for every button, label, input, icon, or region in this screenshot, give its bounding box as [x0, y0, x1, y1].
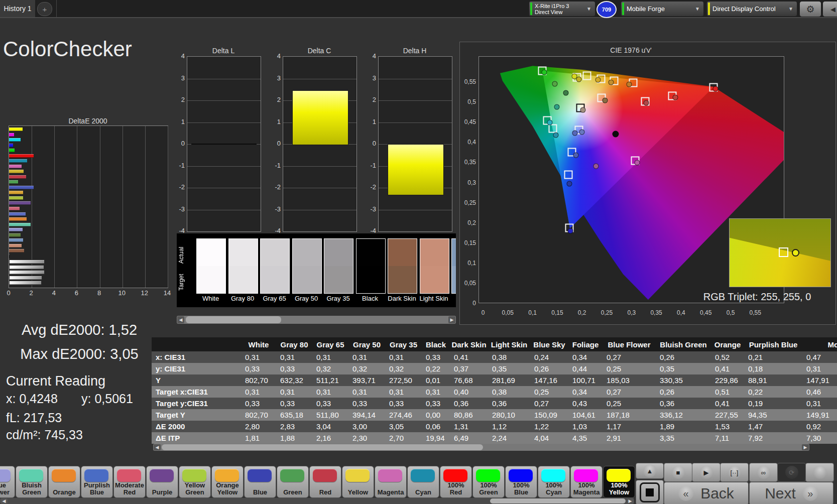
scroll-up-button[interactable]: ▲ — [636, 463, 664, 479]
tab-history-1[interactable]: History 1 — [0, 0, 35, 17]
sync-icon: ⟳ — [785, 466, 798, 479]
cie-x-tick-label: 0,45 — [696, 309, 716, 316]
scroll-right-icon[interactable]: ▶ — [448, 316, 455, 323]
table-scrollbar[interactable]: ◀▶ — [153, 444, 809, 451]
patch-button-magenta[interactable]: Magenta — [375, 466, 407, 498]
patch-button-orange-yellow[interactable]: Orange Yellow — [211, 466, 244, 498]
swatch-target — [388, 266, 417, 293]
y-tick-label: 1 — [363, 118, 376, 125]
de2000-bar-100-blue — [9, 144, 13, 147]
swatch-strip-scrollbar[interactable]: ◀▶ — [177, 316, 456, 324]
measured-point — [573, 153, 579, 158]
sync-button[interactable]: ⟳ — [777, 463, 806, 482]
range-icon: [··] — [728, 466, 741, 479]
meter-device-dropdown[interactable]: X-Rite i1Pro 3Direct View ▼ — [529, 1, 595, 17]
scroll-left-icon[interactable]: ◀ — [154, 444, 161, 450]
patch-button-100-cyan[interactable]: 100% Cyan — [538, 466, 570, 498]
table-cell: 3,35 — [656, 432, 711, 444]
swatch-target — [324, 266, 353, 293]
table-cell: 0,37 — [450, 363, 488, 374]
patch-button-blue-flower[interactable]: Blue Flower — [0, 466, 15, 498]
cie-x-tick-label: 0,15 — [547, 309, 567, 316]
colorspace-709-badge[interactable]: 709 — [596, 1, 617, 18]
table-cell: 0,25 — [603, 398, 656, 409]
patch-button-100-yellow[interactable]: 100% Yellow — [603, 466, 635, 498]
patch-button-cyan[interactable]: Cyan — [407, 466, 439, 498]
play-button[interactable]: ▶ — [692, 463, 721, 482]
measured-point — [608, 79, 614, 85]
row-label: y: CIE31 — [152, 363, 241, 374]
next-button[interactable]: Next » — [749, 482, 833, 504]
table-cell: 511,21 — [312, 374, 348, 386]
stop-measure-button[interactable] — [636, 480, 664, 504]
back-button[interactable]: « Back — [664, 482, 749, 504]
table-cell: 0,32 — [385, 363, 422, 374]
table-cell: 802,70 — [241, 409, 276, 421]
patch-button-purple[interactable]: Purple — [146, 466, 178, 498]
measured-point — [552, 81, 558, 86]
swatch-actual — [356, 239, 385, 266]
patch-bar-scrollbar[interactable]: ◀▶ — [0, 498, 634, 504]
cie-x-tick-label: 0,35 — [646, 309, 666, 316]
scroll-right-icon[interactable]: ▶ — [627, 498, 634, 503]
column-header: Gray 65 — [312, 337, 348, 351]
measured-point — [672, 94, 678, 100]
chevron-down-icon: ▼ — [695, 6, 700, 12]
patch-button-yellow[interactable]: Yellow — [342, 466, 374, 498]
patch-color-chip — [443, 469, 467, 482]
y-tick-label: 1 — [268, 118, 281, 125]
patch-button-yellow-green[interactable]: Yellow Green — [179, 466, 211, 498]
target-square — [548, 124, 557, 133]
scroll-right-icon[interactable]: ▶ — [802, 444, 809, 450]
table-cell: 0,31 — [802, 398, 837, 409]
scroll-thumb[interactable] — [162, 444, 483, 450]
patch-button-orange[interactable]: Orange — [48, 466, 80, 498]
delta_h-title: Delta H — [378, 47, 451, 55]
patch-button-100-magenta[interactable]: 100% Magenta — [570, 466, 603, 498]
stop-button[interactable]: ■ — [664, 463, 692, 482]
source-device-dropdown[interactable]: Mobile Forge ▼ — [621, 1, 704, 17]
table-cell: 0,18 — [744, 363, 802, 374]
patch-label: Cyan — [408, 489, 438, 496]
next-label: Next — [765, 485, 796, 502]
patch-button-blue[interactable]: Blue — [244, 466, 276, 498]
scroll-thumb[interactable] — [186, 316, 281, 323]
patch-button-green[interactable]: Green — [277, 466, 309, 498]
patch-button-red[interactable]: Red — [309, 466, 341, 498]
table-cell: 3,00 — [348, 421, 385, 432]
cie-x-tick-label: 0 — [473, 309, 493, 316]
measured-point — [553, 132, 558, 138]
patch-button-purplish-blue[interactable]: Purplish Blue — [81, 466, 113, 498]
patch-button-bluish-green[interactable]: Bluish Green — [16, 466, 48, 498]
collapse-panel-icon[interactable]: ◀ — [822, 1, 837, 17]
measured-point — [603, 98, 608, 103]
loop-button[interactable]: ∞ — [749, 463, 778, 482]
column-header: Foliage — [568, 337, 603, 351]
table-cell: 0,31 — [312, 351, 348, 363]
swatch-label: Gray 65 — [258, 295, 291, 302]
table-cell: 4,04 — [530, 432, 568, 444]
current-reading-label: Current Reading — [6, 373, 105, 389]
de2000-bar-100-magenta — [9, 133, 14, 137]
measured-point — [635, 160, 640, 166]
table-cell: 0,44 — [568, 363, 603, 374]
gridline — [145, 126, 146, 288]
range-button[interactable]: [··] — [720, 463, 749, 482]
y-tick-label: 4 — [268, 52, 281, 60]
measurement-table: WhiteGray 80Gray 65Gray 50Gray 35BlackDa… — [152, 337, 837, 444]
table-cell: 0,31 — [385, 351, 422, 363]
scroll-left-icon[interactable]: ◀ — [1, 498, 8, 503]
display-control-dropdown[interactable]: Direct Display Control ▼ — [706, 1, 797, 17]
scroll-thumb[interactable] — [490, 498, 626, 503]
patch-button-100-blue[interactable]: 100% Blue — [505, 466, 537, 498]
scroll-left-icon[interactable]: ◀ — [177, 316, 184, 323]
gear-icon[interactable]: ⚙ — [799, 1, 821, 17]
patch-button-moderate-red[interactable]: Moderate Red — [113, 466, 146, 498]
delta-value-bar — [388, 144, 444, 195]
add-tab-button[interactable]: + — [37, 2, 52, 16]
patch-button-100-red[interactable]: 100% Red — [440, 466, 472, 498]
gridline — [77, 126, 77, 288]
blank-button[interactable] — [805, 463, 834, 482]
patch-button-100-green[interactable]: 100% Green — [472, 466, 505, 498]
column-header: Blue Sky — [530, 337, 568, 351]
